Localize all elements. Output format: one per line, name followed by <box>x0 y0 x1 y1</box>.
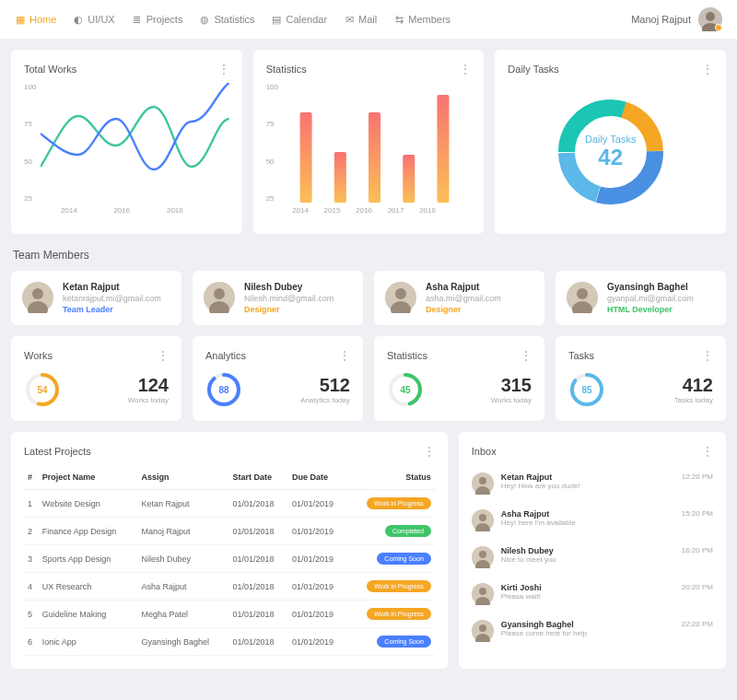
th-index: # <box>24 465 39 490</box>
table-row[interactable]: 1Website DesignKetan Rajput01/01/201801/… <box>24 490 435 518</box>
projects-table: # Project Name Assign Start Date Due Dat… <box>24 465 435 656</box>
cell-name: Website Design <box>39 490 138 518</box>
inbox-item[interactable]: Gyansingh BaghelPlease come here for hel… <box>472 612 713 649</box>
avatar <box>22 282 53 313</box>
cell-name: Sports App Design <box>39 545 138 573</box>
cell-name: Guideline Making <box>39 601 138 628</box>
progress-ring: 45 <box>387 371 424 408</box>
more-icon[interactable]: ⋮ <box>702 445 713 458</box>
member-card[interactable]: Asha Rajputasha.mi@gmail.comDesigner <box>374 271 544 325</box>
calendar-icon: ▤ <box>271 14 282 25</box>
cell-start: 01/01/2018 <box>229 628 288 656</box>
nav-item-statistics[interactable]: ◍Statistics <box>199 14 254 25</box>
inbox-message: Hey! here I'm available <box>501 519 713 527</box>
avatar[interactable] <box>698 7 722 31</box>
inbox-message: Please come here for help <box>501 629 713 637</box>
th-assign: Assign <box>137 465 228 490</box>
svg-rect-7 <box>437 95 449 203</box>
member-card[interactable]: Nilesh DubeyNilesh.mind@gmail.comDesigne… <box>193 271 363 325</box>
svg-point-39 <box>479 551 486 558</box>
svg-point-22 <box>577 288 588 299</box>
cell-due: 01/01/2019 <box>288 490 347 518</box>
avatar <box>472 546 494 568</box>
more-icon[interactable]: ⋮ <box>521 349 532 362</box>
cell-index: 4 <box>24 573 39 601</box>
more-icon[interactable]: ⋮ <box>218 63 229 76</box>
nav-item-home[interactable]: ▦Home <box>15 14 56 25</box>
status-badge: Work in Progress <box>367 580 431 592</box>
inbox-item[interactable]: Kirti JoshiPleasa wait!20:20 PM <box>472 576 713 612</box>
inbox-item[interactable]: Nilesh DubeyNice to meet you16:20 PM <box>472 539 713 576</box>
nav-item-members[interactable]: ⇆Members <box>393 14 450 25</box>
table-row[interactable]: 2Finance App DesignManoj Rajput01/01/201… <box>24 518 435 545</box>
member-card[interactable]: Gyansingh Baghelgyanpal.mi@gmail.comHTML… <box>556 271 726 325</box>
cell-assign: Manoj Rajput <box>137 518 228 545</box>
avatar <box>472 509 494 531</box>
card-title: Inbox <box>472 446 497 457</box>
more-icon[interactable]: ⋮ <box>702 63 713 76</box>
stat-label: Works today <box>491 396 532 404</box>
bar-chart: 100755025 20142015201620172018 <box>266 83 472 221</box>
globe-icon: ◍ <box>199 14 210 25</box>
svg-rect-5 <box>368 112 380 203</box>
more-icon[interactable]: ⋮ <box>424 445 435 458</box>
table-row[interactable]: 5Guideline MakingMegha Patel01/01/201801… <box>24 601 435 628</box>
cell-index: 5 <box>24 601 39 628</box>
user-name: Manoj Rajput <box>631 14 691 25</box>
inbox-card: Inbox ⋮ Ketan RajputHey! How are you dud… <box>459 432 726 669</box>
table-row[interactable]: 6Ionic AppGyansingh Baghel01/01/201801/0… <box>24 628 435 656</box>
stat-value: 315 <box>491 375 532 396</box>
stat-title: Tasks <box>568 350 594 361</box>
svg-point-36 <box>479 514 486 521</box>
progress-ring: 54 <box>24 371 61 408</box>
stat-title: Analytics <box>205 350 246 361</box>
stat-label: Works today <box>128 396 169 404</box>
more-icon[interactable]: ⋮ <box>158 349 169 362</box>
inbox-time: 15:20 PM <box>682 509 713 518</box>
ring-value: 54 <box>37 385 47 395</box>
cell-due: 01/01/2019 <box>288 628 347 656</box>
inbox-time: 20:20 PM <box>682 583 713 591</box>
nav-item-mail[interactable]: ✉Mail <box>344 14 377 25</box>
member-card[interactable]: Ketan Rajputketanrajput.mi@gmail.comTeam… <box>11 271 181 325</box>
table-row[interactable]: 3Sports App DesignNilesh Dubey01/01/2018… <box>24 545 435 573</box>
stat-title: Works <box>24 350 53 361</box>
card-title: Total Works <box>24 64 76 75</box>
nav-item-uiux[interactable]: ◐UI/UX <box>73 14 114 25</box>
svg-point-42 <box>479 588 486 595</box>
nav-label: Calendar <box>286 14 327 25</box>
latest-projects-card: Latest Projects ⋮ # Project Name Assign … <box>11 432 448 669</box>
stat-value: 412 <box>674 375 713 396</box>
svg-point-13 <box>32 288 43 299</box>
cell-index: 1 <box>24 490 39 518</box>
user-area[interactable]: Manoj Rajput <box>631 7 722 31</box>
avatar <box>472 472 494 495</box>
inbox-item[interactable]: Ketan RajputHey! How are you dude!12:20 … <box>472 465 713 502</box>
cell-due: 01/01/2019 <box>288 601 347 628</box>
inbox-item[interactable]: Asha RajputHey! here I'm available15:20 … <box>472 502 713 539</box>
ring-value: 45 <box>400 385 410 395</box>
table-row[interactable]: 4UX ResearchAsha Rajput01/01/201801/01/2… <box>24 573 435 601</box>
stat-value: 512 <box>300 375 350 396</box>
avatar <box>204 282 235 313</box>
svg-point-1 <box>706 12 715 21</box>
cell-name: Ionic App <box>39 628 138 656</box>
status-badge: Work in Progress <box>367 497 431 509</box>
th-due: Due Date <box>288 465 347 490</box>
stat-card-analytics: Analytics⋮88512Analytics today <box>193 336 363 421</box>
member-name: Asha Rajput <box>426 282 501 292</box>
status-badge: Completed <box>385 525 431 537</box>
nav-label: Projects <box>146 14 183 25</box>
more-icon[interactable]: ⋮ <box>702 349 713 362</box>
th-name: Project Name <box>39 465 138 490</box>
cell-due: 01/01/2019 <box>288 545 347 573</box>
nav-item-projects[interactable]: ≣Projects <box>132 14 183 25</box>
nav-item-calendar[interactable]: ▤Calendar <box>271 14 327 25</box>
avatar <box>385 282 416 313</box>
more-icon[interactable]: ⋮ <box>339 349 350 362</box>
svg-point-45 <box>479 624 486 632</box>
member-email: gyanpal.mi@gmail.com <box>607 294 694 303</box>
stat-value: 124 <box>128 375 169 396</box>
more-icon[interactable]: ⋮ <box>460 63 471 76</box>
total-works-card: Total Works ⋮ 100755025 201420162018 <box>11 50 242 234</box>
